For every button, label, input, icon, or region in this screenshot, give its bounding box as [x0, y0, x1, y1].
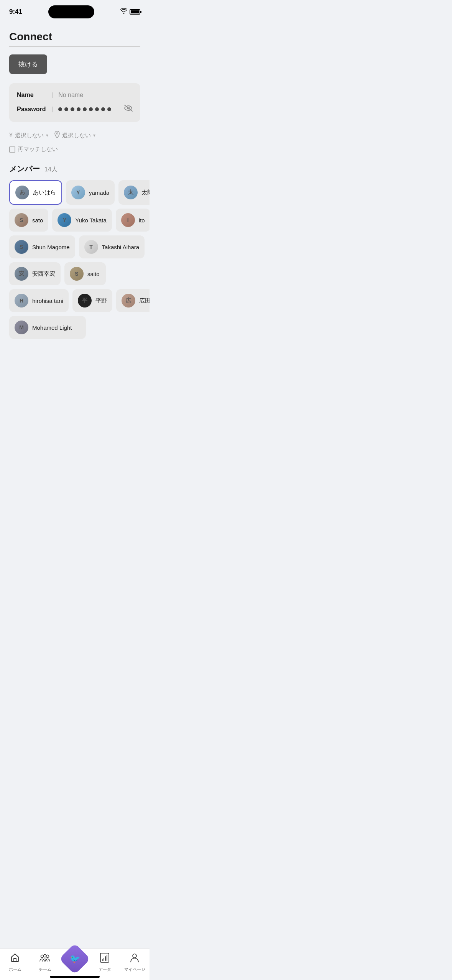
member-card-saito[interactable]: S saito — [64, 262, 106, 285]
member-name-takashi: Takashi Aihara — [102, 244, 140, 250]
price-icon: ¥ — [9, 132, 13, 139]
member-name-anzai: 安西幸宏 — [32, 270, 55, 278]
member-name-hirano: 平野 — [95, 297, 107, 304]
battery-icon — [130, 9, 140, 15]
avatar-yuko: Y — [58, 213, 71, 227]
avatar-hirota: 広 — [122, 294, 135, 307]
status-bar: 9:41 — [0, 0, 150, 21]
avatar-yamada: Y — [71, 186, 85, 199]
member-name-shun: Shun Magome — [32, 244, 70, 250]
name-row: Name | No name — [17, 89, 133, 101]
member-card-shun[interactable]: S Shun Magome — [9, 235, 75, 258]
password-label: Password — [17, 106, 48, 113]
title-divider — [9, 46, 140, 47]
filter-row: ¥ 選択しない ▾ 選択しない ▾ 再マッチしない — [9, 131, 140, 153]
avatar-anzai: 安 — [15, 267, 28, 281]
price-chevron-icon: ▾ — [46, 133, 48, 138]
members-count: 14人 — [44, 166, 58, 174]
member-row-2: S sato Y Yuko Takata I ito — [9, 209, 140, 232]
avatar-hirano: 平 — [78, 294, 92, 307]
main-content: Connect 抜ける Name | No name Password | — [0, 31, 150, 377]
status-icons — [120, 8, 140, 15]
avatar-saito: S — [70, 267, 84, 281]
dynamic-island — [48, 5, 94, 18]
member-name-hirohisa: hirohisa tani — [32, 298, 63, 304]
location-label: 選択しない — [62, 132, 91, 139]
member-row-1: あ あいはら Y yamada 太 太郎 — [9, 180, 140, 205]
member-card-hirota[interactable]: 広 広田 — [116, 289, 150, 312]
member-card-ito[interactable]: I ito — [116, 209, 150, 232]
svg-point-1 — [56, 133, 58, 134]
member-card-yuko[interactable]: Y Yuko Takata — [52, 209, 112, 232]
member-card-sato[interactable]: S sato — [9, 209, 48, 232]
member-name-hirota: 広田 — [139, 297, 150, 304]
wifi-icon — [120, 8, 127, 15]
price-filter[interactable]: ¥ 選択しない ▾ — [9, 132, 48, 139]
member-card-taro[interactable]: 太 太郎 — [118, 180, 150, 205]
member-row-6: M Mohamed Light — [9, 316, 140, 339]
password-row: Password | — [17, 102, 133, 116]
member-card-anzai[interactable]: 安 安西幸宏 — [9, 262, 61, 285]
members-header: メンバー 14人 — [9, 164, 140, 174]
member-name-ito: ito — [139, 217, 145, 224]
name-label: Name — [17, 92, 48, 99]
avatar-aihara: あ — [15, 186, 29, 199]
name-value: No name — [58, 92, 83, 99]
member-name-aihara: あいはら — [33, 189, 56, 196]
avatar-ito: I — [121, 213, 135, 227]
member-card-hirano[interactable]: 平 平野 — [72, 289, 112, 312]
member-name-sato: sato — [32, 217, 43, 224]
location-filter[interactable]: 選択しない ▾ — [54, 131, 95, 140]
avatar-taro: 太 — [124, 186, 138, 199]
member-name-mohamed: Mohamed Light — [32, 324, 72, 331]
member-row-5: H hirohisa tani 平 平野 広 広田 — [9, 289, 140, 312]
page-title: Connect — [9, 31, 140, 43]
members-grid: あ あいはら Y yamada 太 太郎 S sato Y Yuko Takat… — [9, 180, 140, 339]
member-card-yamada[interactable]: Y yamada — [66, 180, 115, 205]
status-time: 9:41 — [9, 8, 22, 16]
member-name-yuko: Yuko Takata — [75, 217, 106, 224]
member-row-4: 安 安西幸宏 S saito — [9, 262, 140, 285]
location-icon — [54, 131, 60, 140]
member-card-mohamed[interactable]: M Mohamed Light — [9, 316, 86, 339]
rematch-checkbox-icon — [9, 146, 15, 153]
toggle-password-icon[interactable] — [124, 105, 133, 113]
rematch-label: 再マッチしない — [18, 146, 58, 153]
leave-button[interactable]: 抜ける — [9, 54, 47, 74]
member-row-3: S Shun Magome T Takashi Aihara — [9, 235, 140, 258]
member-name-taro: 太郎 — [141, 189, 150, 196]
member-card-takashi[interactable]: T Takashi Aihara — [79, 235, 145, 258]
avatar-shun: S — [15, 240, 28, 254]
members-title: メンバー — [9, 164, 40, 174]
member-name-saito: saito — [87, 271, 100, 277]
member-name-yamada: yamada — [89, 189, 109, 196]
member-card-aihara[interactable]: あ あいはら — [9, 180, 62, 205]
password-dots — [58, 107, 120, 111]
member-card-hirohisa[interactable]: H hirohisa tani — [9, 289, 69, 312]
price-label: 選択しない — [15, 132, 44, 139]
avatar-sato: S — [15, 213, 28, 227]
rematch-filter[interactable]: 再マッチしない — [9, 146, 58, 153]
info-card: Name | No name Password | — [9, 83, 140, 122]
location-chevron-icon: ▾ — [93, 133, 95, 138]
avatar-takashi: T — [84, 240, 98, 254]
avatar-hirohisa: H — [15, 294, 28, 307]
avatar-mohamed: M — [15, 321, 28, 334]
